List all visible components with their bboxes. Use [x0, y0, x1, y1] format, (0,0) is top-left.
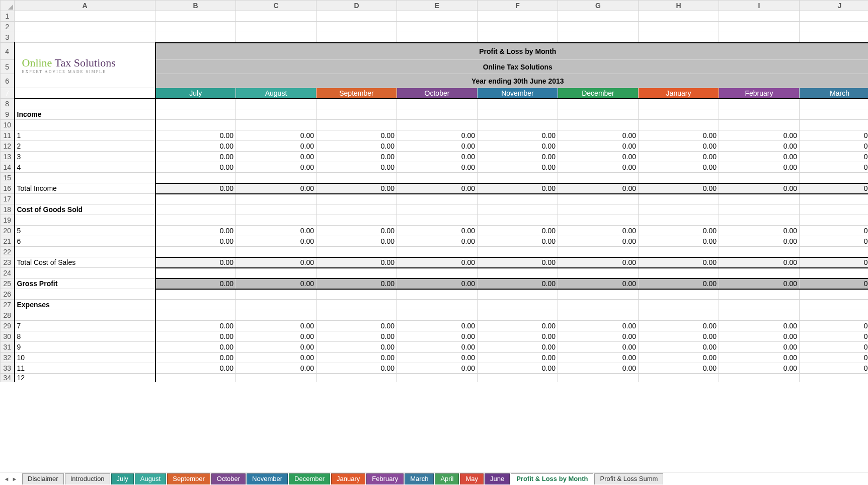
row-header-23[interactable]: 23 [1, 257, 15, 268]
cell[interactable] [478, 204, 558, 215]
row-header-3[interactable]: 3 [1, 32, 15, 43]
cell-value[interactable]: 0.00 [317, 226, 397, 236]
cell[interactable] [800, 99, 869, 109]
sheet-tab-introduction[interactable]: Introduction [65, 473, 110, 484]
col-header-J[interactable]: J [800, 1, 869, 11]
cell-value[interactable]: 0.00 [558, 162, 639, 173]
cell[interactable] [155, 99, 236, 109]
tab-nav-prev-icon[interactable]: ◄ [3, 475, 10, 482]
cell-value[interactable]: 0.00 [317, 353, 397, 363]
section-header-cogs[interactable]: Cost of Goods Sold [15, 204, 155, 215]
cell-value[interactable]: 0.00 [317, 236, 397, 247]
cell-value[interactable] [800, 374, 869, 382]
row-label[interactable]: 8 [15, 331, 155, 342]
cell[interactable] [236, 11, 317, 22]
cell[interactable] [155, 310, 236, 321]
row-header-11[interactable]: 11 [1, 130, 15, 141]
cell-value[interactable]: 0.00 [800, 321, 869, 331]
sheet-tab-disclaimer[interactable]: Disclaimer [22, 473, 64, 484]
cell-value[interactable]: 0.00 [236, 226, 317, 236]
cell-value[interactable]: 0.00 [800, 162, 869, 173]
cell-value[interactable]: 0.00 [397, 331, 478, 342]
cell[interactable] [155, 194, 236, 204]
cell[interactable] [397, 173, 478, 183]
cell[interactable] [317, 109, 397, 120]
cell[interactable] [236, 22, 317, 32]
gross-profit-label[interactable]: Gross Profit [15, 279, 155, 289]
cell-value[interactable]: 0.00 [236, 236, 317, 247]
cell[interactable] [317, 268, 397, 279]
cell-value[interactable]: 0.00 [317, 342, 397, 353]
cell-value[interactable]: 0.00 [558, 342, 639, 353]
cell-value[interactable]: 0.00 [478, 152, 558, 162]
total-cogs-value[interactable]: 0.00 [478, 257, 558, 268]
cell[interactable] [155, 173, 236, 183]
cell-value[interactable]: 0.00 [236, 342, 317, 353]
cell[interactable] [800, 194, 869, 204]
cell[interactable] [719, 204, 800, 215]
cell-value[interactable]: 0.00 [719, 236, 800, 247]
total-cogs-value[interactable]: 0.00 [397, 257, 478, 268]
cell[interactable] [155, 215, 236, 226]
sheet-tab-july[interactable]: July [111, 473, 134, 484]
total-cogs-value[interactable]: 0.00 [719, 257, 800, 268]
cell-value[interactable]: 0.00 [397, 363, 478, 374]
sheet-tab-december[interactable]: December [289, 473, 330, 484]
column-header-row[interactable]: A B C D E F G H I J [1, 1, 869, 11]
cell[interactable] [558, 215, 639, 226]
cell[interactable] [800, 247, 869, 257]
cell[interactable] [639, 173, 719, 183]
cell-value[interactable]: 0.00 [397, 152, 478, 162]
cell-value[interactable]: 0.00 [155, 130, 236, 141]
cell[interactable] [719, 300, 800, 310]
cell[interactable] [719, 310, 800, 321]
cell[interactable] [397, 99, 478, 109]
row-label[interactable]: 2 [15, 141, 155, 152]
cell[interactable] [800, 32, 869, 43]
cell-value[interactable]: 0.00 [558, 152, 639, 162]
select-all-corner[interactable] [1, 1, 15, 11]
cell-value[interactable]: 0.00 [236, 353, 317, 363]
row-header-6[interactable]: 6 [1, 74, 15, 88]
cell-value[interactable]: 0.00 [558, 321, 639, 331]
sheet-tab-june[interactable]: June [485, 473, 510, 484]
cell-A26[interactable] [15, 289, 155, 300]
cell[interactable] [719, 109, 800, 120]
col-header-H[interactable]: H [639, 1, 719, 11]
cell[interactable] [397, 11, 478, 22]
month-header-october[interactable]: October [397, 88, 478, 99]
cell[interactable] [478, 310, 558, 321]
cell-value[interactable]: 0.00 [397, 130, 478, 141]
cell[interactable] [800, 268, 869, 279]
row-header-32[interactable]: 32 [1, 353, 15, 363]
cell[interactable] [800, 215, 869, 226]
col-header-I[interactable]: I [719, 1, 800, 11]
cell-value[interactable]: 0.00 [558, 331, 639, 342]
row-header-19[interactable]: 19 [1, 215, 15, 226]
total-income-label[interactable]: Total Income [15, 183, 155, 194]
row-header-31[interactable]: 31 [1, 342, 15, 353]
gross-profit-value[interactable]: 0.00 [478, 279, 558, 289]
cell[interactable] [155, 300, 236, 310]
cell-value[interactable]: 0.00 [800, 236, 869, 247]
total-cogs-value[interactable]: 0.00 [558, 257, 639, 268]
sheet-tab-january[interactable]: January [331, 473, 365, 484]
row-header-12[interactable]: 12 [1, 141, 15, 152]
row-header-10[interactable]: 10 [1, 120, 15, 130]
cell[interactable] [719, 22, 800, 32]
cell[interactable] [236, 99, 317, 109]
row-header-2[interactable]: 2 [1, 22, 15, 32]
row-header-16[interactable]: 16 [1, 183, 15, 194]
cell-value[interactable]: 0.00 [155, 226, 236, 236]
cell-value[interactable]: 0.00 [317, 321, 397, 331]
cell[interactable] [317, 300, 397, 310]
sheet-tab-profit-loss-summ[interactable]: Profit & Loss Summ [594, 473, 663, 484]
row-header-9[interactable]: 9 [1, 109, 15, 120]
total-cogs-value[interactable]: 0.00 [317, 257, 397, 268]
gross-profit-value[interactable]: 0.00 [800, 279, 869, 289]
cell[interactable] [155, 247, 236, 257]
cell[interactable] [397, 204, 478, 215]
cell[interactable] [155, 204, 236, 215]
cell[interactable] [397, 300, 478, 310]
row-label[interactable]: 6 [15, 236, 155, 247]
